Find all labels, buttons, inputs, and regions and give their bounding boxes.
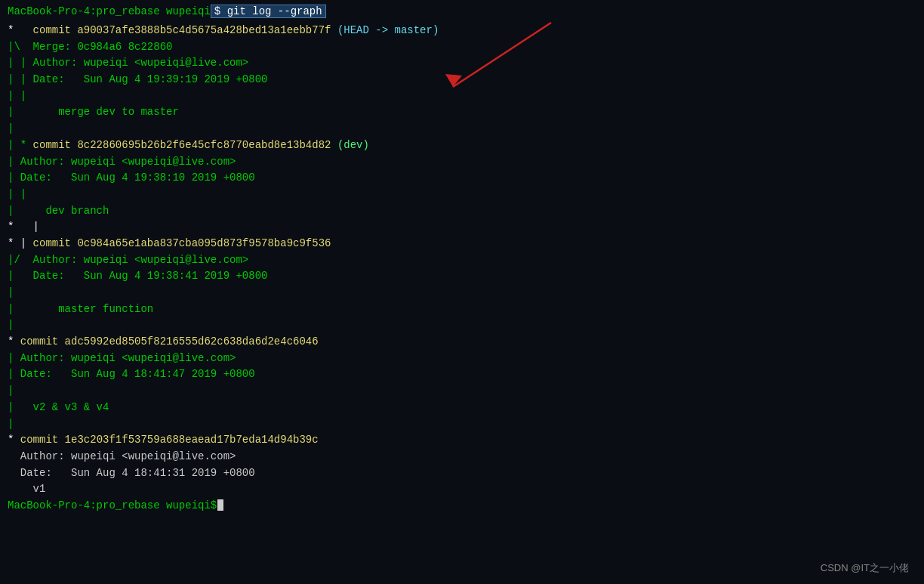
terminal-line-commit5-date: Date: Sun Aug 4 18:41:31 2019 +0800	[8, 465, 916, 482]
terminal-line-commit3-blank: |	[8, 285, 916, 301]
terminal-line-commit5-msg: v1	[8, 481, 916, 498]
cursor	[217, 499, 223, 511]
command-text: $ git log --graph	[211, 5, 326, 18]
terminal-line-commit2-date: | Date: Sun Aug 4 19:38:10 2019 +0800	[8, 170, 916, 187]
terminal-line-commit5-author: Author: wupeiqi <wupeiqi@live.com>	[8, 449, 916, 465]
terminal-line-commit4-star: * commit adc5992ed8505f8216555d62c638da6…	[8, 334, 916, 351]
terminal-line-commit1-merge-graph: |\ Merge: 0c984a6 8c22860	[8, 39, 916, 56]
terminal-line-commit4-date: | Date: Sun Aug 4 18:41:47 2019 +0800	[8, 366, 916, 383]
terminal-line-commit3-graph: |/ Author: wupeiqi <wupeiqi@live.com>	[8, 252, 916, 269]
bottom-prompt-line: MacBook-Pro-4:pro_rebase wupeiqi$	[8, 499, 916, 511]
terminal-window: MacBook-Pro-4:pro_rebase wupeiqi $ git l…	[0, 0, 924, 584]
terminal-line-blank1: |	[8, 121, 916, 138]
terminal-line-blank4: |	[8, 383, 916, 400]
terminal-output: * commit a90037afe3888b5c4d5675a428bed13…	[8, 23, 916, 498]
prompt-text: MacBook-Pro-4:pro_rebase wupeiqi	[8, 5, 211, 17]
terminal-line-commit3-date: | Date: Sun Aug 4 19:38:41 2019 +0800	[8, 268, 916, 285]
terminal-line-commit2-blank: | |	[8, 187, 916, 203]
terminal-line-commit1-author: | | Author: wupeiqi <wupeiqi@live.com>	[8, 55, 916, 72]
terminal-line-blank2: * |	[8, 219, 916, 236]
watermark: CSDN @IT之一小佬	[821, 561, 909, 575]
terminal-line-commit2-author: | Author: wupeiqi <wupeiqi@live.com>	[8, 154, 916, 171]
terminal-line-commit4-msg: | v2 & v3 & v4	[8, 400, 916, 416]
terminal-line-commit2-star: | * commit 8c22860695b26b2f6e45cfc8770ea…	[8, 138, 916, 154]
terminal-line-commit1-star: * commit a90037afe3888b5c4d5675a428bed13…	[8, 23, 916, 39]
terminal-line-commit1-msg: | merge dev to master	[8, 104, 916, 121]
title-bar: MacBook-Pro-4:pro_rebase wupeiqi $ git l…	[8, 5, 916, 18]
terminal-line-commit5-star: * commit 1e3c203f1f53759a688eaead17b7eda…	[8, 432, 916, 449]
bottom-prompt: MacBook-Pro-4:pro_rebase wupeiqi$	[8, 499, 217, 511]
terminal-line-blank5: |	[8, 416, 916, 433]
terminal-line-blank3: |	[8, 317, 916, 334]
terminal-line-commit4-author: | Author: wupeiqi <wupeiqi@live.com>	[8, 351, 916, 367]
terminal-line-commit3-msg: | master function	[8, 301, 916, 318]
terminal-line-commit3-star: * | commit 0c984a65e1aba837cba095d873f95…	[8, 236, 916, 252]
terminal-line-commit1-date: | | Date: Sun Aug 4 19:39:19 2019 +0800	[8, 72, 916, 88]
terminal-line-commit1-blank: | |	[8, 88, 916, 105]
terminal-line-commit2-msg: | dev branch	[8, 203, 916, 220]
